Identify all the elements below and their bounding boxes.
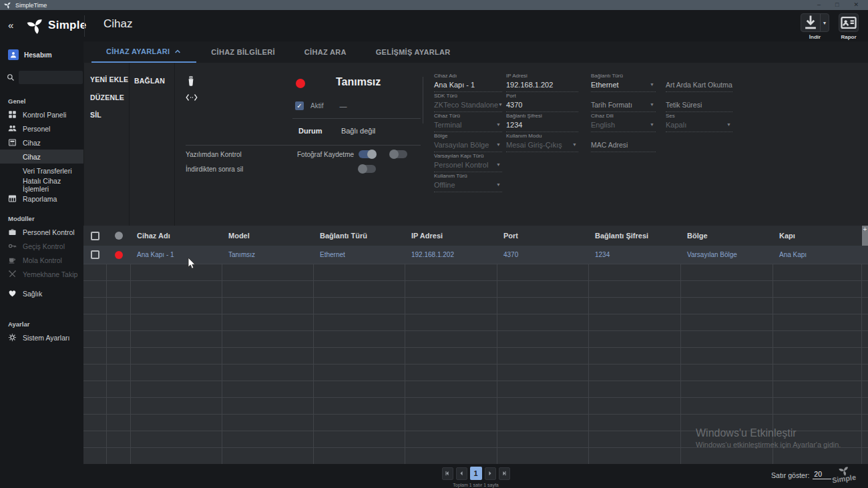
sidebar-item-cihaz-sub[interactable]: Cihaz <box>0 150 83 164</box>
chevron-down-icon: ▼ <box>650 122 656 127</box>
sidebar-item-gecis-kontrol[interactable]: Geçiş Kontrol <box>0 239 83 253</box>
field-mac-adresi[interactable]: MAC Adresi <box>591 132 656 152</box>
pagination-summary: Toplam 1 satır 1 sayfa <box>83 483 868 487</box>
col-kapi[interactable]: Kapı <box>773 232 862 240</box>
sidebar-item-saglik[interactable]: Sağlık <box>0 286 83 300</box>
tab-cihaz-bilgileri[interactable]: CİHAZ BİLGİLERİ <box>196 41 290 63</box>
rows-per-page-select[interactable]: 20 <box>813 470 831 479</box>
section-title-genel: Genel <box>0 88 83 107</box>
current-page[interactable]: 1 <box>470 467 482 480</box>
empty-table-row <box>83 431 868 448</box>
report-button[interactable]: Rapor <box>839 13 859 40</box>
field-art-arda-kart-okutma[interactable]: Art Arda Kart Okutma <box>666 72 732 92</box>
tab-gelismis-ayarlar[interactable]: GELİŞMİŞ AYARLAR <box>361 41 465 63</box>
sidebar-item-hatali-cihaz-islemleri[interactable]: Hatalı Cihaz İşlemleri <box>0 178 83 192</box>
last-page-button[interactable] <box>499 467 510 480</box>
photo-save-toggle[interactable] <box>390 150 407 158</box>
field-kullanim-turu[interactable]: Kullanım Türü Offline▼ <box>434 172 502 192</box>
connect-button[interactable]: BAĞLAN <box>134 77 165 85</box>
download-icon <box>801 14 820 31</box>
heart-icon <box>8 289 17 298</box>
sidebar-item-veri-transferleri[interactable]: Veri Transferleri <box>0 164 83 178</box>
field-baglanti-turu[interactable]: Bağlantı Türü Ethernet▼ <box>591 72 656 92</box>
minimize-icon[interactable]: – <box>817 0 821 10</box>
account-row[interactable]: Hesabım <box>0 41 83 67</box>
row-checkbox[interactable] <box>91 250 99 259</box>
empty-table-row <box>83 364 868 381</box>
key-icon <box>8 242 17 250</box>
active-dash: — <box>339 102 347 110</box>
restore-icon[interactable]: □ <box>835 0 839 10</box>
active-checkbox[interactable]: ✓ <box>295 101 304 110</box>
field-tarih-formati[interactable]: Tarih Formatı▼ <box>591 92 656 112</box>
field-tetik-suresi[interactable]: Tetik Süresi <box>666 92 732 112</box>
select-all-checkbox[interactable] <box>91 232 99 240</box>
divider <box>292 118 421 119</box>
field-ses[interactable]: Ses Kapalı▼ <box>666 112 732 132</box>
chevron-down-icon: ▼ <box>496 162 502 167</box>
sidebar: Hesabım Genel Kontrol Paneli Personel Ci… <box>0 41 83 488</box>
sidebar-item-sistem-ayarlari[interactable]: Sistem Ayarları <box>0 330 83 344</box>
search-input[interactable] <box>19 71 83 84</box>
field-port[interactable]: Port 4370 <box>506 92 578 112</box>
sidebar-item-raporlama[interactable]: Raporlama <box>0 192 83 206</box>
col-baglanti-sifresi[interactable]: Bağlantı Şifresi <box>589 232 681 240</box>
col-ip-adresi[interactable]: IP Adresi <box>405 232 497 240</box>
empty-rows <box>83 264 868 465</box>
delete-button[interactable]: SİL <box>90 111 101 119</box>
close-icon[interactable]: ✕ <box>853 0 859 10</box>
field-ip-adresi[interactable]: IP Adresi 192.168.1.202 <box>506 72 578 92</box>
sidebar-item-cihaz[interactable]: Cihaz <box>0 136 83 150</box>
new-button[interactable]: YENİ EKLE <box>90 75 128 83</box>
search-icon <box>7 73 15 81</box>
people-icon <box>8 124 17 133</box>
field-cihaz-dili[interactable]: Cihaz Dili English▼ <box>591 112 656 132</box>
status-value: Bağlı değil <box>341 127 375 135</box>
add-column-button[interactable]: + <box>862 226 868 246</box>
col-cihaz-adi[interactable]: Cihaz Adı <box>131 232 222 240</box>
chevron-down-icon: ▼ <box>496 142 502 147</box>
table-row[interactable]: Ana Kapı - 1 Tanımsız Ethernet 192.168.1… <box>83 246 868 264</box>
sidebar-item-yemekhane-takip[interactable]: Yemekhane Takip <box>0 267 83 281</box>
delete-after-download-toggle[interactable] <box>359 165 376 173</box>
sidebar-item-kontrol-paneli[interactable]: Kontrol Paneli <box>0 107 83 121</box>
chevron-down-icon: ▼ <box>572 142 578 147</box>
sidebar-collapse-button[interactable]: « <box>8 19 13 31</box>
tab-cihaz-ayarlari[interactable]: CİHAZ AYARLARI <box>91 41 196 63</box>
chevron-up-icon <box>174 47 182 55</box>
field-bolge[interactable]: Bölge Varsayılan Bölge▼ <box>434 132 502 152</box>
field-kullanim-modu[interactable]: Kullanım Modu Mesai Giriş-Çıkış▼ <box>506 132 578 152</box>
report-icon <box>839 14 858 31</box>
col-model[interactable]: Model <box>222 232 314 240</box>
status-label: Durum <box>298 127 322 135</box>
next-page-button[interactable] <box>485 467 496 480</box>
device-icon <box>8 138 17 147</box>
sidebar-item-mola-kontrol[interactable]: Mola Kontrol <box>0 253 83 267</box>
device-settings-panel: YENİ EKLE DÜZENLE SİL BAĞLAN Tanımsız ✓ … <box>83 63 868 226</box>
field-sdk-turu[interactable]: SDK Türü ZKTeco Standalone▼ <box>434 92 502 112</box>
empty-table-row <box>83 298 868 314</box>
rows-per-page[interactable]: Satır göster: 20 <box>771 470 831 479</box>
download-button[interactable]: ▼ İndir <box>801 13 829 40</box>
empty-table-row <box>83 331 868 348</box>
brand-pinwheel-icon <box>27 17 44 34</box>
field-cihaz-adi[interactable]: Cihaz Adı Ana Kapı - 1 <box>434 72 502 92</box>
field-cihaz-turu[interactable]: Cihaz Türü Terminal▼ <box>434 112 502 132</box>
chevron-down-icon: ▼ <box>496 122 502 127</box>
sidebar-item-personel-kontrol[interactable]: Personel Kontrol <box>0 225 83 239</box>
tab-cihaz-ara[interactable]: CİHAZ ARA <box>290 41 361 63</box>
previous-page-button[interactable] <box>456 467 467 480</box>
footer: 1 Toplam 1 satır 1 sayfa Satır göster: 2… <box>0 464 868 488</box>
field-varsayilan-kapi-turu[interactable]: Varsayılan Kapı Türü Personel Kontrol▼ <box>434 152 502 172</box>
sidebar-item-personel[interactable]: Personel <box>0 121 83 136</box>
col-bolge[interactable]: Bölge <box>681 232 773 240</box>
col-baglanti-turu[interactable]: Bağlantı Türü <box>314 232 405 240</box>
download-caret[interactable]: ▼ <box>820 14 829 31</box>
edit-button[interactable]: DÜZENLE <box>90 93 124 101</box>
col-port[interactable]: Port <box>497 232 589 240</box>
pagination: 1 <box>83 467 868 480</box>
first-page-button[interactable] <box>442 467 453 480</box>
field-baglanti-sifresi[interactable]: Bağlantı Şifresi 1234 <box>506 112 578 132</box>
titlebar: SimpleTime – □ ✕ <box>0 0 868 10</box>
empty-table-row <box>83 415 868 431</box>
